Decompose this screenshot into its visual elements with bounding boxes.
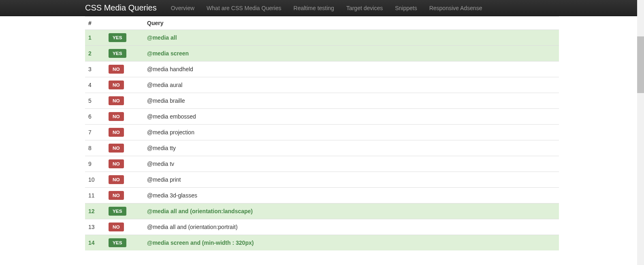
media-query-table: # Query 1YES@media all2YES@media screen3…	[85, 16, 559, 250]
row-query: @media braille	[144, 93, 559, 109]
header-num: #	[85, 17, 105, 30]
row-number: 3	[85, 61, 105, 77]
status-badge: NO	[109, 65, 124, 74]
brand-title[interactable]: CSS Media Queries	[85, 3, 165, 13]
header-status	[105, 17, 144, 30]
row-query: @media screen	[144, 46, 559, 61]
navbar: CSS Media Queries Overview What are CSS …	[0, 0, 644, 16]
row-query: @media 3d-glasses	[144, 188, 559, 204]
nav-link-what-are[interactable]: What are CSS Media Queries	[207, 5, 281, 11]
status-badge: NO	[109, 81, 124, 89]
row-query: @media all and (orientation:landscape)	[144, 204, 559, 219]
row-number: 5	[85, 93, 105, 109]
row-status-cell: YES	[105, 46, 144, 61]
row-number: 6	[85, 109, 105, 125]
row-query: @media tv	[144, 156, 559, 172]
row-query: @media aural	[144, 77, 559, 93]
main-container: # Query 1YES@media all2YES@media screen3…	[85, 16, 559, 250]
status-badge: NO	[109, 144, 124, 153]
table-row: 2YES@media screen	[85, 46, 559, 61]
row-number: 4	[85, 77, 105, 93]
row-status-cell: NO	[105, 125, 144, 140]
row-status-cell: YES	[105, 30, 144, 46]
scrollbar-thumb[interactable]	[637, 36, 644, 93]
row-number: 14	[85, 235, 105, 251]
row-query: @media screen and (min-width : 320px)	[144, 235, 559, 251]
table-row: 12YES@media all and (orientation:landsca…	[85, 204, 559, 219]
table-row: 8NO@media tty	[85, 140, 559, 156]
row-number: 12	[85, 204, 105, 219]
table-row: 7NO@media projection	[85, 125, 559, 140]
row-status-cell: NO	[105, 61, 144, 77]
row-status-cell: NO	[105, 219, 144, 235]
table-row: 6NO@media embossed	[85, 109, 559, 125]
status-badge: YES	[109, 207, 126, 216]
table-row: 11NO@media 3d-glasses	[85, 188, 559, 204]
row-status-cell: NO	[105, 77, 144, 93]
table-row: 5NO@media braille	[85, 93, 559, 109]
nav-links: Overview What are CSS Media Queries Real…	[165, 1, 488, 15]
status-badge: YES	[109, 49, 126, 58]
row-status-cell: YES	[105, 235, 144, 251]
nav-link-responsive-adsense[interactable]: Responsive Adsense	[429, 5, 482, 11]
row-number: 9	[85, 156, 105, 172]
nav-link-overview[interactable]: Overview	[171, 5, 194, 11]
table-row: 4NO@media aural	[85, 77, 559, 93]
row-status-cell: NO	[105, 156, 144, 172]
row-query: @media tty	[144, 140, 559, 156]
header-query: Query	[144, 17, 559, 30]
status-badge: NO	[109, 112, 124, 121]
status-badge: YES	[109, 238, 126, 247]
status-badge: NO	[109, 128, 124, 137]
table-row: 3NO@media handheld	[85, 61, 559, 77]
row-number: 1	[85, 30, 105, 46]
status-badge: NO	[109, 223, 124, 231]
row-status-cell: NO	[105, 93, 144, 109]
row-status-cell: NO	[105, 172, 144, 188]
row-number: 7	[85, 125, 105, 140]
navbar-inner: CSS Media Queries Overview What are CSS …	[85, 1, 559, 15]
table-row: 9NO@media tv	[85, 156, 559, 172]
row-query: @media projection	[144, 125, 559, 140]
status-badge: NO	[109, 191, 124, 200]
status-badge: NO	[109, 175, 124, 184]
status-badge: NO	[109, 96, 124, 105]
row-status-cell: NO	[105, 140, 144, 156]
row-number: 8	[85, 140, 105, 156]
status-badge: YES	[109, 33, 126, 42]
row-status-cell: NO	[105, 188, 144, 204]
row-number: 11	[85, 188, 105, 204]
row-query: @media all and (orientation:portrait)	[144, 219, 559, 235]
nav-link-snippets[interactable]: Snippets	[395, 5, 417, 11]
status-badge: NO	[109, 159, 124, 168]
table-row: 1YES@media all	[85, 30, 559, 46]
row-number: 13	[85, 219, 105, 235]
row-query: @media all	[144, 30, 559, 46]
table-row: 14YES@media screen and (min-width : 320p…	[85, 235, 559, 251]
table-row: 10NO@media print	[85, 172, 559, 188]
row-number: 2	[85, 46, 105, 61]
table-header-row: # Query	[85, 17, 559, 30]
row-query: @media embossed	[144, 109, 559, 125]
row-status-cell: NO	[105, 109, 144, 125]
row-query: @media print	[144, 172, 559, 188]
nav-link-realtime[interactable]: Realtime testing	[294, 5, 334, 11]
row-number: 10	[85, 172, 105, 188]
row-status-cell: YES	[105, 204, 144, 219]
nav-link-target-devices[interactable]: Target devices	[346, 5, 383, 11]
scrollbar-track[interactable]	[637, 0, 644, 250]
row-query: @media handheld	[144, 61, 559, 77]
table-row: 13NO@media all and (orientation:portrait…	[85, 219, 559, 235]
